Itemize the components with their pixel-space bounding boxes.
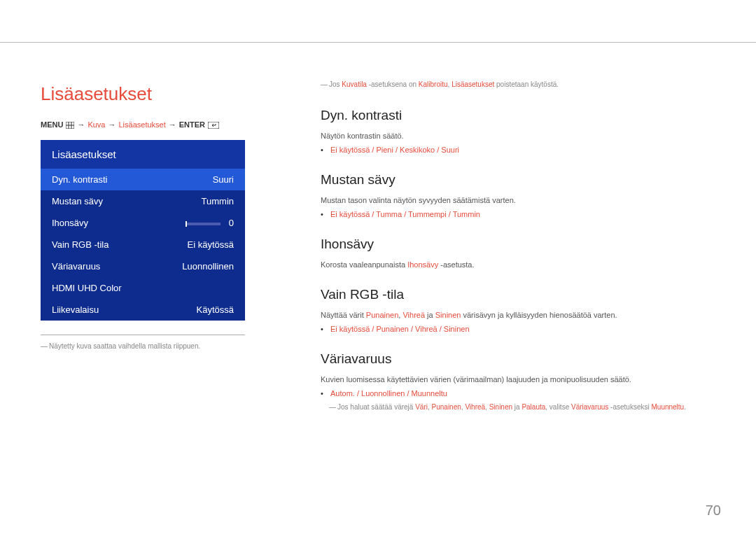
- menu-row-mustan-savy[interactable]: Mustan sävy Tummin: [41, 190, 245, 212]
- menu-row-value: Tummin: [202, 196, 234, 206]
- section-vain-rgb: Vain RGB -tila Näyttää värit Punainen, V…: [321, 287, 715, 333]
- breadcrumb-menu: MENU: [41, 120, 63, 129]
- menu-row-label: Väriavaruus: [52, 261, 100, 272]
- section-options: Autom. / Luonnollinen / Muunneltu: [330, 389, 715, 398]
- page-number: 70: [706, 503, 721, 519]
- menu-row-value: Käytössä: [197, 304, 234, 315]
- enter-icon: [208, 120, 219, 129]
- section-options: Ei käytössä / Tumma / Tummempi / Tummin: [330, 210, 715, 218]
- slider-icon: [186, 223, 220, 225]
- section-title: Väriavaruus: [321, 351, 715, 367]
- menu-grid-icon: [66, 120, 74, 129]
- section-desc: Korosta vaaleanpunaista Ihonsävy -asetus…: [321, 260, 715, 269]
- menu-header: Lisäasetukset: [41, 140, 245, 169]
- section-title: Dyn. kontrasti: [321, 108, 715, 123]
- menu-row-liikevalaisu[interactable]: Liikevalaisu Käytössä: [41, 299, 245, 321]
- section-title: Vain RGB -tila: [321, 287, 715, 302]
- menu-row-ihonsavy[interactable]: Ihonsävy 0: [41, 212, 245, 234]
- section-options: Ei käytössä / Punainen / Vihreä / Sinine…: [330, 325, 715, 333]
- section-desc: Näyttää värit Punainen, Vihreä ja Sinine…: [321, 311, 715, 319]
- section-options: Ei käytössä / Pieni / Keskikoko / Suuri: [330, 146, 715, 154]
- menu-row-label: Ihonsävy: [52, 218, 88, 228]
- breadcrumb: MENU → Kuva → Lisäasetukset → ENTER: [41, 120, 279, 129]
- left-footnote: Näytetty kuva saattaa vaihdella mallista…: [41, 342, 279, 350]
- menu-row-label: Mustan sävy: [52, 196, 103, 206]
- section-dyn-kontrasti: Dyn. kontrasti Näytön kontrastin säätö. …: [321, 108, 715, 154]
- section-subnote: Jos haluat säätää värejä Väri, Punainen,…: [321, 403, 715, 411]
- menu-row-label: Liikevalaisu: [52, 304, 99, 315]
- section-variavaruus: Väriavaruus Kuvien luomisessa käytettävi…: [321, 351, 715, 411]
- menu-row-variavaruus[interactable]: Väriavaruus Luonnollinen: [41, 255, 245, 277]
- section-title: Ihonsävy: [321, 237, 715, 252]
- slider-value: 0: [229, 218, 234, 228]
- menu-row-value: Suuri: [213, 174, 234, 185]
- top-note: Jos Kuvatila -asetuksena on Kalibroitu, …: [321, 80, 715, 88]
- menu-row-value: Luonnollinen: [182, 261, 234, 272]
- divider: [41, 335, 245, 335]
- section-desc: Mustan tason valinta näytön syvyyden sää…: [321, 196, 715, 204]
- menu-row-label: Dyn. kontrasti: [52, 174, 107, 185]
- breadcrumb-seg1: Kuva: [88, 120, 105, 129]
- section-mustan-savy: Mustan sävy Mustan tason valinta näytön …: [321, 172, 715, 218]
- section-ihonsavy: Ihonsävy Korosta vaaleanpunaista Ihonsäv…: [321, 237, 715, 269]
- menu-row-dyn-kontrasti[interactable]: Dyn. kontrasti Suuri: [41, 169, 245, 190]
- menu-row-value: Ei käytössä: [188, 239, 234, 250]
- section-title: Mustan sävy: [321, 172, 715, 188]
- section-desc: Kuvien luomisessa käytettävien värien (v…: [321, 375, 715, 384]
- menu-row-label: Vain RGB -tila: [52, 239, 108, 250]
- section-desc: Näytön kontrastin säätö.: [321, 132, 715, 140]
- breadcrumb-enter: ENTER: [179, 120, 205, 129]
- menu-row-hdmi-uhd[interactable]: HDMI UHD Color: [41, 277, 245, 299]
- menu-widget: Lisäasetukset Dyn. kontrasti Suuri Musta…: [41, 140, 245, 321]
- menu-row-value: 0: [186, 218, 234, 228]
- menu-row-label: HDMI UHD Color: [52, 283, 122, 293]
- page-title: Lisäasetukset: [41, 83, 279, 105]
- menu-row-vain-rgb[interactable]: Vain RGB -tila Ei käytössä: [41, 234, 245, 255]
- breadcrumb-seg2: Lisäasetukset: [118, 120, 165, 129]
